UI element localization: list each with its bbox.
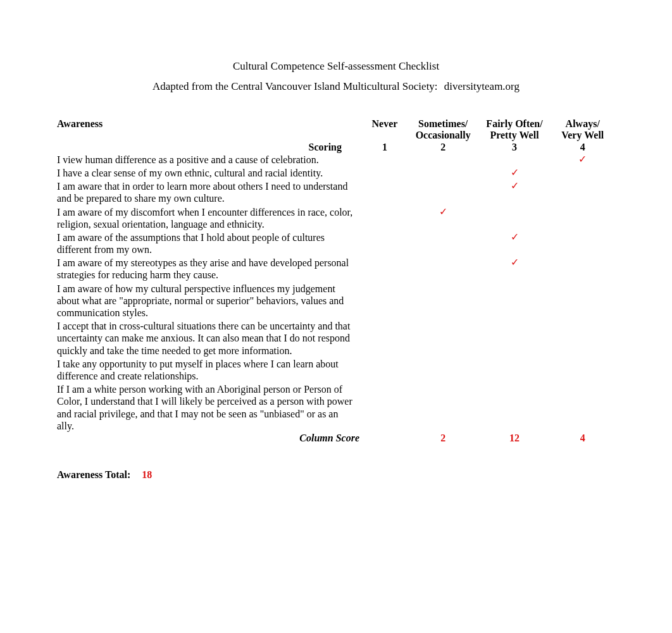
check-icon: ✓: [511, 180, 519, 191]
score-4: 4: [550, 142, 615, 153]
table-row: I accept that in cross-cultural situatio…: [57, 319, 615, 357]
scoring-label: Scoring: [57, 142, 362, 153]
statement-text: I am aware of how my cultural perspectiv…: [57, 282, 362, 320]
statement-text: I view human difference as a positive an…: [57, 153, 362, 166]
table-row: I am aware of my discomfort when I encou…: [57, 206, 615, 231]
score-cell-3: ✓: [479, 180, 551, 205]
score-cell-4: [550, 166, 615, 180]
score-cell-4: [550, 282, 615, 320]
score-cell-2: [408, 319, 479, 357]
score-cell-1: [362, 282, 408, 320]
section-header: Awareness: [57, 118, 362, 142]
score-cell-1: [362, 256, 408, 281]
check-icon: ✓: [578, 154, 587, 164]
score-1: 1: [362, 142, 408, 153]
table-row: I am aware of my stereotypes as they ari…: [57, 256, 615, 281]
score-cell-4: [550, 231, 615, 256]
subtotal-label: Column Score: [57, 433, 362, 444]
score-cell-2: [408, 166, 479, 180]
score-cell-3: [479, 282, 551, 320]
score-cell-2: [408, 282, 479, 320]
subtotal-c3: 12: [479, 433, 551, 444]
score-cell-3: [479, 153, 551, 166]
check-icon: ✓: [511, 167, 519, 178]
awareness-total: Awareness Total: 18: [57, 469, 615, 481]
score-cell-4: [550, 357, 615, 383]
score-cell-3: [479, 319, 551, 357]
score-cell-4: [550, 180, 615, 205]
score-cell-3: ✓: [479, 231, 551, 256]
score-cell-4: [550, 319, 615, 357]
score-cell-4: ✓: [550, 153, 615, 166]
total-label: Awareness Total:: [57, 469, 130, 480]
score-cell-1: [362, 153, 408, 166]
table-row: I take any opportunity to put myself in …: [57, 357, 615, 383]
table-row: I am aware of the assumptions that I hol…: [57, 231, 615, 256]
table-row: I am aware of how my cultural perspectiv…: [57, 282, 615, 320]
col-header-sometimes: Sometimes/Occasionally: [408, 118, 479, 142]
subtotal-c2: 2: [408, 433, 479, 444]
col-header-always: Always/Very Well: [550, 118, 615, 142]
statement-text: I take any opportunity to put myself in …: [57, 357, 362, 383]
subtitle-link: diversityteam.org: [444, 80, 520, 92]
subtitle-prefix: Adapted from the Central Vancouver Islan…: [152, 80, 438, 92]
subtotal-c4: 4: [550, 433, 615, 444]
score-cell-4: [550, 383, 615, 433]
score-cell-3: [479, 206, 551, 231]
score-cell-3: ✓: [479, 256, 551, 281]
score-cell-1: [362, 180, 408, 205]
check-icon: ✓: [511, 231, 519, 242]
score-cell-1: [362, 231, 408, 256]
statement-text: I am aware of the assumptions that I hol…: [57, 231, 362, 256]
document-subtitle: Adapted from the Central Vancouver Islan…: [57, 80, 615, 93]
statement-text: I am aware that in order to learn more a…: [57, 180, 362, 205]
statement-text: I am aware of my stereotypes as they ari…: [57, 256, 362, 281]
score-cell-1: [362, 206, 408, 231]
statement-text: If I am a white person working with an A…: [57, 383, 362, 433]
total-value: 18: [142, 469, 152, 480]
statement-text: I am aware of my discomfort when I encou…: [57, 206, 362, 231]
col-header-never: Never: [362, 118, 408, 142]
score-cell-2: [408, 153, 479, 166]
score-3: 3: [479, 142, 551, 153]
subtotal-c1: [362, 433, 408, 444]
score-2: 2: [408, 142, 479, 153]
table-row: I view human difference as a positive an…: [57, 153, 615, 166]
table-row: If I am a white person working with an A…: [57, 383, 615, 433]
document-title: Cultural Competence Self-assessment Chec…: [57, 60, 615, 73]
score-cell-2: [408, 231, 479, 256]
score-cell-2: [408, 383, 479, 433]
score-cell-3: ✓: [479, 166, 551, 180]
score-cell-2: ✓: [408, 206, 479, 231]
table-row: I am aware that in order to learn more a…: [57, 180, 615, 205]
score-cell-1: [362, 319, 408, 357]
score-cell-3: [479, 383, 551, 433]
score-cell-4: [550, 256, 615, 281]
check-icon: ✓: [511, 257, 519, 267]
table-row: I have a clear sense of my own ethnic, c…: [57, 166, 615, 180]
score-cell-1: [362, 383, 408, 433]
score-cell-3: [479, 357, 551, 383]
score-cell-1: [362, 166, 408, 180]
checklist-table: Awareness Never Sometimes/Occasionally F…: [57, 118, 615, 444]
score-cell-1: [362, 357, 408, 383]
score-cell-2: [408, 180, 479, 205]
statement-text: I have a clear sense of my own ethnic, c…: [57, 166, 362, 180]
score-cell-2: [408, 357, 479, 383]
score-cell-4: [550, 206, 615, 231]
check-icon: ✓: [439, 206, 447, 217]
col-header-fairly-often: Fairly Often/Pretty Well: [479, 118, 551, 142]
statement-text: I accept that in cross-cultural situatio…: [57, 319, 362, 357]
score-cell-2: [408, 256, 479, 281]
